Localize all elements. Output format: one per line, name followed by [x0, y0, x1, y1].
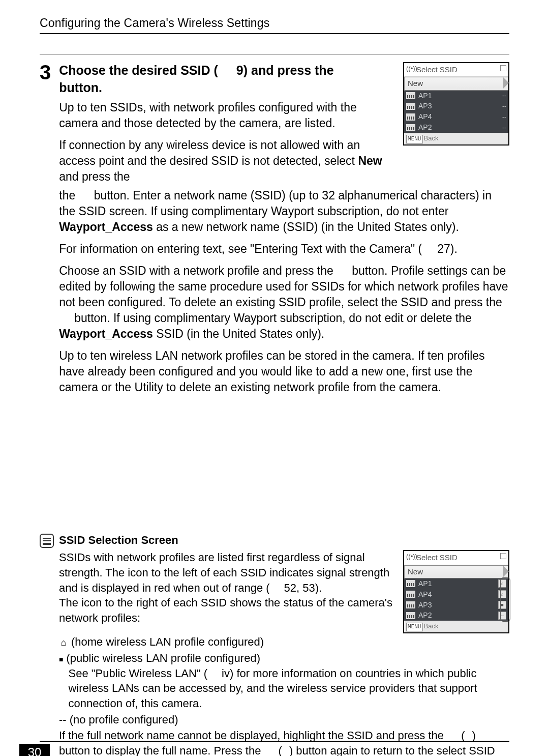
bullet-home: (home wireless LAN profile configured) — [59, 634, 509, 650]
signal-icon — [406, 103, 415, 110]
camera-list: AP1⌂ AP4⌂ AP3■ AP2-- — [404, 578, 508, 621]
bullet-public-sub: See "Public Wireless LAN" (iv) for more … — [66, 666, 509, 711]
menu-icon: MENU — [406, 135, 423, 143]
camera-row: AP4-- — [404, 111, 508, 122]
signal-icon — [406, 601, 415, 608]
square-icon — [59, 651, 63, 666]
camera-footer: MENUBack — [404, 133, 508, 144]
camera-row: AP1-- — [404, 91, 508, 101]
dash-icon: -- — [498, 612, 506, 620]
footer-rule — [40, 741, 509, 742]
camera-row: AP1⌂ — [404, 578, 508, 589]
camera-new-row: New — [404, 565, 508, 578]
bullet-noprofile: -- (no profile configured) — [59, 712, 509, 728]
antenna-icon: ((•)) — [406, 552, 417, 561]
step-title-part: 9) and press the — [236, 63, 338, 77]
home-icon: ⌂ — [498, 579, 506, 588]
camera-row: AP2-- — [404, 610, 508, 621]
note-icon — [40, 534, 54, 548]
camera-row: AP3■ — [404, 600, 508, 610]
camera-row: AP4⌂ — [404, 589, 508, 600]
home-icon — [59, 634, 68, 650]
step-title: Choose the desired SSID (9) and press th… — [59, 62, 396, 97]
camera-title: ((•)) Select SSID — [404, 63, 508, 77]
bullet-public: (public wireless LAN profile configured)… — [59, 651, 509, 711]
step-number: 3 — [40, 62, 51, 82]
note-p1: SSIDs with network profiles are listed f… — [59, 550, 396, 595]
signal-icon — [406, 612, 415, 619]
signal-icon — [406, 124, 415, 131]
page-number: 30 — [19, 744, 50, 756]
step-p3: For information on entering text, see "E… — [59, 241, 509, 257]
antenna-icon: ((•)) — [406, 64, 417, 73]
step-p2: If connection by any wireless device is … — [59, 137, 396, 185]
note-p2: The icon to the right of each SSID shows… — [59, 595, 396, 625]
camera-screen-1: ((•)) Select SSID New AP1-- AP3-- AP4-- … — [403, 62, 509, 146]
signal-icon — [406, 92, 415, 99]
signal-icon — [406, 591, 415, 598]
battery-icon — [500, 553, 506, 559]
menu-icon: MENU — [406, 623, 423, 631]
camera-title: ((•)) Select SSID — [404, 551, 508, 565]
camera-screen-2: ((•)) Select SSID New AP1⌂ AP4⌂ AP3■ AP2… — [403, 550, 509, 633]
note-p3: If the full network name cannot be displ… — [59, 728, 509, 756]
camera-list: AP1-- AP3-- AP4-- AP2-- — [404, 91, 508, 133]
square-icon: ■ — [498, 601, 506, 609]
step-p1: Up to ten SSIDs, with network profiles c… — [59, 100, 396, 131]
page-header: Configuring the Camera's Wireless Settin… — [40, 16, 509, 34]
signal-icon — [406, 113, 415, 121]
camera-new-row: New — [404, 77, 508, 90]
step-title-part: Choose the desired SSID ( — [59, 63, 218, 77]
step-p2-cont: the button. Enter a network name (SSID) … — [59, 188, 509, 235]
home-icon: ⌂ — [498, 590, 506, 598]
note-title: SSID Selection Screen — [59, 534, 509, 547]
camera-row: AP2-- — [404, 122, 508, 133]
step-p5: Up to ten wireless LAN network profiles … — [59, 348, 509, 395]
camera-footer: MENUBack — [404, 621, 508, 632]
dash-icon: -- — [59, 712, 67, 728]
camera-row: AP3-- — [404, 101, 508, 111]
step-title-part: button. — [59, 80, 102, 95]
battery-icon — [500, 65, 506, 71]
step-p4: Choose an SSID with a network profile an… — [59, 263, 509, 342]
signal-icon — [406, 580, 415, 587]
